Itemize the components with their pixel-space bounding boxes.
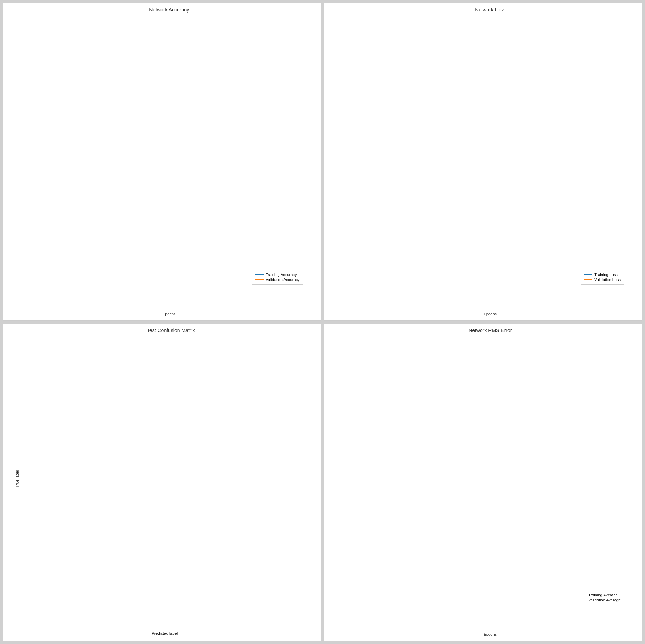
- accuracy-svg: 0.600.650.700.750.800.850.9002468: [25, 14, 314, 306]
- svg-point-448: [407, 589, 409, 591]
- svg-rect-342: [305, 414, 308, 416]
- svg-text:0.89: 0.89: [159, 449, 173, 456]
- svg-rect-395: [305, 536, 308, 539]
- svg-text:0.00: 0.00: [281, 423, 294, 431]
- svg-point-461: [495, 413, 497, 415]
- svg-point-28: [71, 85, 73, 87]
- svg-text:2: 2: [407, 619, 409, 623]
- svg-point-78: [495, 274, 497, 276]
- svg-rect-373: [305, 485, 308, 488]
- loss-legend-training: Training Loss: [584, 272, 621, 277]
- svg-rect-320: [305, 363, 308, 365]
- svg-rect-348: [305, 428, 308, 430]
- svg-text:0.00: 0.00: [159, 372, 173, 379]
- svg-rect-405: [305, 559, 308, 561]
- svg-rect-353: [305, 439, 308, 442]
- svg-text:15: 15: [346, 487, 348, 491]
- svg-text:1.0: 1.0: [346, 121, 348, 125]
- svg-text:0.00: 0.00: [184, 500, 197, 508]
- svg-rect-411: [305, 573, 308, 575]
- svg-point-39: [42, 100, 44, 102]
- svg-text:0.77: 0.77: [62, 346, 75, 353]
- loss-legend-validation: Validation Loss: [584, 277, 621, 282]
- rms-legend-validation: Validation Average: [578, 598, 621, 602]
- svg-text:0.02: 0.02: [111, 500, 124, 508]
- svg-rect-406: [305, 561, 308, 564]
- svg-rect-390: [305, 525, 308, 527]
- svg-rect-377: [305, 495, 308, 497]
- svg-rect-333: [305, 393, 308, 395]
- svg-text:0.00: 0.00: [184, 372, 197, 379]
- svg-rect-370: [305, 478, 308, 481]
- svg-text:0.07: 0.07: [208, 449, 221, 456]
- validation-loss-label: Validation Loss: [594, 277, 621, 282]
- svg-text:0.00: 0.00: [208, 475, 221, 482]
- svg-rect-389: [305, 522, 308, 525]
- svg-rect-352: [305, 437, 308, 439]
- svg-point-27: [56, 100, 59, 102]
- svg-text:0.00: 0.00: [86, 578, 100, 585]
- rms-title: Network RMS Error: [468, 328, 512, 333]
- svg-text:0.02: 0.02: [256, 500, 269, 508]
- svg-text:25: 25: [346, 380, 348, 384]
- loss-title: Network Loss: [475, 7, 505, 13]
- svg-rect-384: [305, 511, 308, 513]
- svg-text:0.00: 0.00: [86, 449, 100, 456]
- svg-text:0.02: 0.02: [184, 526, 197, 534]
- svg-rect-341: [305, 412, 308, 414]
- svg-text:0.00: 0.00: [62, 578, 75, 585]
- svg-text:0.6: 0.6: [346, 220, 348, 224]
- svg-text:0.00: 0.00: [232, 449, 245, 456]
- svg-point-455: [612, 566, 614, 568]
- svg-point-451: [495, 579, 497, 581]
- svg-rect-400: [305, 547, 308, 550]
- svg-text:Shirt: Shirt: [214, 594, 222, 602]
- svg-text:Pullover: Pullover: [117, 594, 129, 606]
- svg-text:0.00: 0.00: [111, 552, 124, 560]
- svg-point-90: [524, 204, 526, 206]
- svg-text:0.00: 0.00: [281, 397, 294, 405]
- svg-text:0.02: 0.02: [208, 423, 221, 431]
- svg-text:0.90: 0.90: [135, 423, 148, 431]
- svg-text:20: 20: [346, 433, 348, 437]
- svg-rect-383: [305, 508, 308, 511]
- svg-rect-388: [305, 520, 308, 522]
- svg-point-456: [348, 466, 351, 468]
- svg-text:0.00: 0.00: [281, 346, 294, 353]
- accuracy-title: Network Accuracy: [149, 7, 189, 13]
- svg-text:8: 8: [262, 299, 264, 303]
- svg-rect-337: [305, 402, 308, 405]
- svg-text:0.01: 0.01: [86, 423, 100, 431]
- svg-point-33: [174, 54, 176, 56]
- svg-rect-366: [305, 469, 308, 472]
- svg-rect-356: [305, 446, 308, 448]
- svg-rect-327: [305, 379, 308, 382]
- svg-rect-364: [305, 464, 308, 467]
- svg-rect-334: [305, 395, 308, 398]
- svg-text:Bag: Bag: [262, 594, 269, 601]
- svg-text:0.01: 0.01: [135, 397, 148, 405]
- svg-text:Dress: Dress: [141, 594, 150, 603]
- confusion-chart: Test Confusion Matrix True label 0.770.0…: [3, 324, 321, 641]
- svg-text:0.00: 0.00: [232, 346, 245, 353]
- svg-rect-398: [305, 543, 308, 545]
- svg-text:4: 4: [144, 299, 147, 303]
- svg-rect-315: [305, 352, 308, 354]
- svg-rect-402: [305, 552, 308, 555]
- svg-text:Trouser: Trouser: [43, 374, 55, 378]
- training-loss-label: Training Loss: [594, 272, 618, 277]
- svg-point-452: [524, 576, 526, 578]
- svg-point-89: [495, 191, 497, 193]
- svg-text:0.00: 0.00: [135, 526, 148, 534]
- svg-text:0.00: 0.00: [232, 397, 245, 405]
- svg-text:0.00: 0.00: [86, 475, 100, 482]
- svg-point-76: [436, 261, 438, 263]
- svg-point-447: [377, 592, 379, 594]
- svg-rect-376: [305, 492, 308, 495]
- svg-rect-338: [305, 404, 308, 407]
- svg-point-45: [203, 60, 205, 62]
- svg-rect-379: [305, 499, 308, 502]
- svg-text:0.00: 0.00: [232, 423, 245, 431]
- svg-text:0.01: 0.01: [256, 449, 269, 456]
- validation-rms-label: Validation Average: [588, 598, 621, 602]
